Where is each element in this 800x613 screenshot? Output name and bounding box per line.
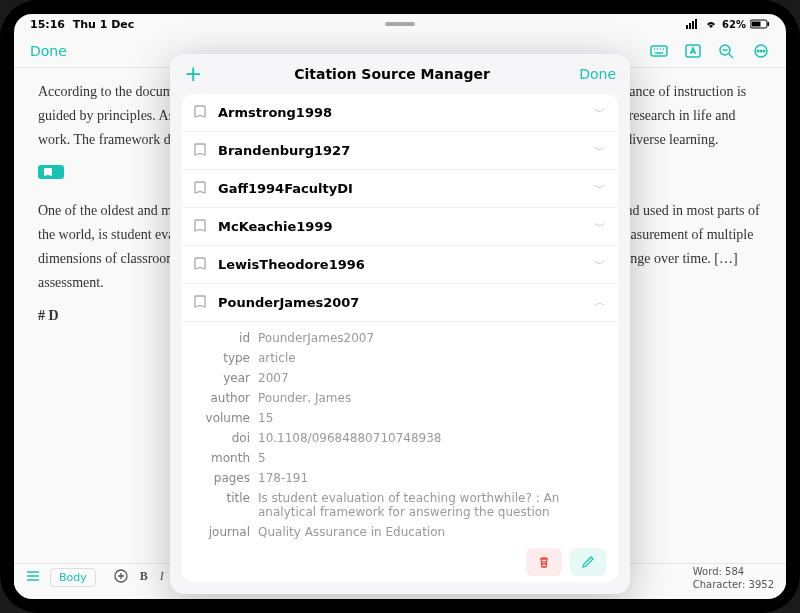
detail-key: author xyxy=(194,391,250,405)
citation-id: Armstrong1998 xyxy=(218,105,584,120)
detail-key: type xyxy=(194,351,250,365)
edit-button[interactable] xyxy=(570,548,606,576)
svg-rect-6 xyxy=(768,22,770,26)
modal-backdrop: + Citation Source Manager Done Armstrong… xyxy=(14,68,786,599)
modal-title: Citation Source Manager xyxy=(208,66,576,82)
detail-key: month xyxy=(194,451,250,465)
battery-percent: 62% xyxy=(722,19,746,30)
detail-value: Is student evaluation of teaching worthw… xyxy=(258,491,606,519)
detail-key: volume xyxy=(194,411,250,425)
svg-rect-5 xyxy=(752,22,761,27)
chevron-down-icon[interactable]: ﹀ xyxy=(594,218,606,235)
signal-icon xyxy=(686,19,700,29)
screen: 15:16 Thu 1 Dec 62% Done xyxy=(14,14,786,599)
text-a-icon[interactable] xyxy=(684,43,702,59)
detail-value: PounderJames2007 xyxy=(258,331,606,345)
detail-value: 5 xyxy=(258,451,606,465)
drag-pill[interactable] xyxy=(385,22,415,26)
citation-id: Gaff1994FacultyDI xyxy=(218,181,584,196)
citation-manager-modal: + Citation Source Manager Done Armstrong… xyxy=(170,54,630,594)
chevron-up-icon[interactable]: ︿ xyxy=(594,294,606,311)
book-icon xyxy=(194,218,208,235)
modal-done-button[interactable]: Done xyxy=(576,66,616,82)
book-icon xyxy=(194,104,208,121)
citation-row[interactable]: Brandenburg1927﹀ xyxy=(182,132,618,170)
svg-rect-3 xyxy=(695,19,697,29)
svg-rect-0 xyxy=(686,25,688,29)
svg-rect-1 xyxy=(689,23,691,29)
chevron-down-icon[interactable]: ﹀ xyxy=(594,104,606,121)
ipad-frame: 15:16 Thu 1 Dec 62% Done xyxy=(0,0,800,613)
detail-value: 15 xyxy=(258,411,606,425)
detail-value: article xyxy=(258,351,606,365)
citation-list[interactable]: Armstrong1998﹀Brandenburg1927﹀Gaff1994Fa… xyxy=(182,94,618,582)
wifi-icon xyxy=(704,19,718,29)
book-icon xyxy=(194,294,208,311)
detail-key: year xyxy=(194,371,250,385)
citation-row[interactable]: LewisTheodore1996﹀ xyxy=(182,246,618,284)
status-time: 15:16 Thu 1 Dec xyxy=(30,18,134,31)
detail-key: id xyxy=(194,331,250,345)
detail-value: 178-191 xyxy=(258,471,606,485)
citation-id: McKeachie1999 xyxy=(218,219,584,234)
detail-key: pages xyxy=(194,471,250,485)
detail-value: Pounder, James xyxy=(258,391,606,405)
modal-header: + Citation Source Manager Done xyxy=(170,54,630,94)
citation-id: LewisTheodore1996 xyxy=(218,257,584,272)
svg-rect-2 xyxy=(692,21,694,29)
citation-row[interactable]: McKeachie1999﹀ xyxy=(182,208,618,246)
add-citation-button[interactable]: + xyxy=(184,61,208,86)
svg-point-20 xyxy=(763,50,765,52)
citation-row[interactable]: Armstrong1998﹀ xyxy=(182,94,618,132)
battery-icon xyxy=(750,19,770,29)
citation-details: idPounderJames2007typearticleyear2007aut… xyxy=(182,322,618,582)
book-icon xyxy=(194,256,208,273)
svg-point-18 xyxy=(757,50,759,52)
detail-value: 10.1108/09684880710748938 xyxy=(258,431,606,445)
detail-value: Quality Assurance in Education xyxy=(258,525,606,539)
keyboard-icon[interactable] xyxy=(650,43,668,59)
citation-row[interactable]: Gaff1994FacultyDI﹀ xyxy=(182,170,618,208)
citation-id: PounderJames2007 xyxy=(218,295,584,310)
detail-key: title xyxy=(194,491,250,519)
book-icon xyxy=(194,142,208,159)
delete-button[interactable] xyxy=(526,548,562,576)
detail-key: doi xyxy=(194,431,250,445)
detail-value: 2007 xyxy=(258,371,606,385)
zoom-out-icon[interactable] xyxy=(718,43,736,59)
svg-rect-7 xyxy=(651,46,667,56)
chevron-down-icon[interactable]: ﹀ xyxy=(594,142,606,159)
chevron-down-icon[interactable]: ﹀ xyxy=(594,256,606,273)
more-icon[interactable] xyxy=(752,43,770,59)
citation-id: Brandenburg1927 xyxy=(218,143,584,158)
editor-done-button[interactable]: Done xyxy=(30,43,67,59)
svg-point-19 xyxy=(760,50,762,52)
svg-line-15 xyxy=(729,54,733,58)
detail-key: journal xyxy=(194,525,250,539)
book-icon xyxy=(194,180,208,197)
citation-row[interactable]: PounderJames2007︿ xyxy=(182,284,618,322)
chevron-down-icon[interactable]: ﹀ xyxy=(594,180,606,197)
